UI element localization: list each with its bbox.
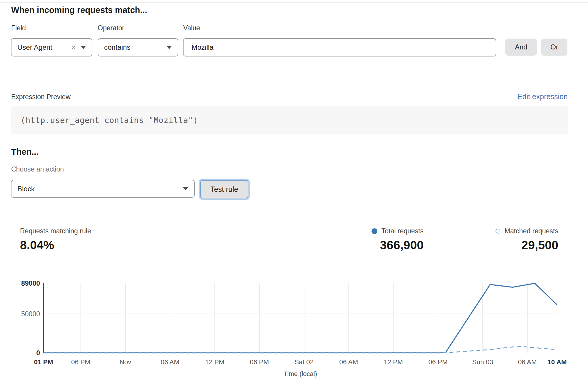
then-heading: Then... — [11, 147, 39, 157]
svg-text:06 PM: 06 PM — [429, 358, 448, 366]
stat-matched-value: 29,500 — [495, 238, 558, 252]
card-top-border — [0, 2, 588, 3]
matched-requests-legend-circle-icon — [495, 229, 500, 234]
svg-text:12 PM: 12 PM — [205, 358, 224, 366]
action-select[interactable]: Block — [11, 180, 195, 198]
stat-matched-label[interactable]: Matched requests — [504, 227, 558, 235]
and-button[interactable]: And — [505, 39, 537, 56]
operator-select-value: contains — [98, 43, 130, 51]
svg-text:06 AM: 06 AM — [161, 358, 179, 366]
field-select-value: User Agent — [11, 43, 52, 51]
field-select[interactable]: User Agent × — [11, 38, 92, 56]
or-button[interactable]: Or — [541, 39, 567, 56]
svg-text:50000: 50000 — [21, 310, 40, 318]
svg-text:89000: 89000 — [21, 279, 40, 287]
svg-text:0: 0 — [36, 349, 40, 357]
svg-text:06 PM: 06 PM — [71, 358, 90, 366]
operator-select[interactable]: contains — [98, 38, 178, 56]
svg-text:01 PM: 01 PM — [34, 358, 53, 366]
stat-total-label[interactable]: Total requests — [382, 227, 424, 235]
chevron-down-icon[interactable] — [81, 46, 86, 49]
stat-matching-label: Requests matching rule — [20, 227, 91, 235]
svg-text:06 AM: 06 AM — [518, 358, 537, 366]
svg-text:Sat 02: Sat 02 — [294, 358, 314, 366]
svg-text:10 AM: 10 AM — [547, 358, 567, 366]
total-requests-legend-dot-icon — [372, 228, 377, 234]
chevron-down-icon[interactable] — [166, 46, 172, 49]
test-rule-button[interactable]: Test rule — [200, 180, 248, 198]
requests-line-chart: 0500008900001 PM06 PMNov06 AM12 PM06 PMS… — [0, 277, 588, 381]
field-label: Field — [11, 24, 26, 32]
svg-text:Nov: Nov — [119, 358, 131, 366]
choose-action-label: Choose an action — [11, 165, 64, 173]
stat-matching-value: 8.04% — [20, 238, 91, 252]
expression-preview-label: Expression Preview — [11, 93, 71, 101]
page-title: When incoming requests match... — [11, 5, 147, 15]
svg-text:12 PM: 12 PM — [384, 358, 403, 366]
action-select-value: Block — [11, 185, 35, 193]
svg-text:06 AM: 06 AM — [339, 358, 358, 366]
clear-field-icon[interactable]: × — [71, 44, 76, 51]
svg-text:06 PM: 06 PM — [250, 358, 269, 366]
expression-code: (http.user_agent contains "Mozilla") — [21, 116, 198, 125]
stat-total-value: 366,900 — [372, 238, 424, 252]
value-input[interactable] — [183, 38, 496, 56]
svg-text:Time (local): Time (local) — [284, 370, 317, 377]
chart-canvas: 0500008900001 PM06 PMNov06 AM12 PM06 PMS… — [0, 277, 588, 381]
firewall-rule-builder: When incoming requests match... Field Op… — [0, 0, 588, 381]
stat-total-requests: Total requests 366,900 — [372, 227, 424, 252]
edit-expression-link[interactable]: Edit expression — [517, 92, 568, 101]
chevron-down-icon[interactable] — [183, 187, 188, 190]
stat-requests-matching: Requests matching rule 8.04% — [20, 227, 91, 252]
svg-text:Sun 03: Sun 03 — [472, 358, 493, 366]
value-label: Value — [183, 24, 200, 32]
expression-code-block: (http.user_agent contains "Mozilla") — [11, 106, 568, 134]
operator-label: Operator — [98, 24, 124, 32]
stat-matched-requests: Matched requests 29,500 — [495, 227, 558, 252]
